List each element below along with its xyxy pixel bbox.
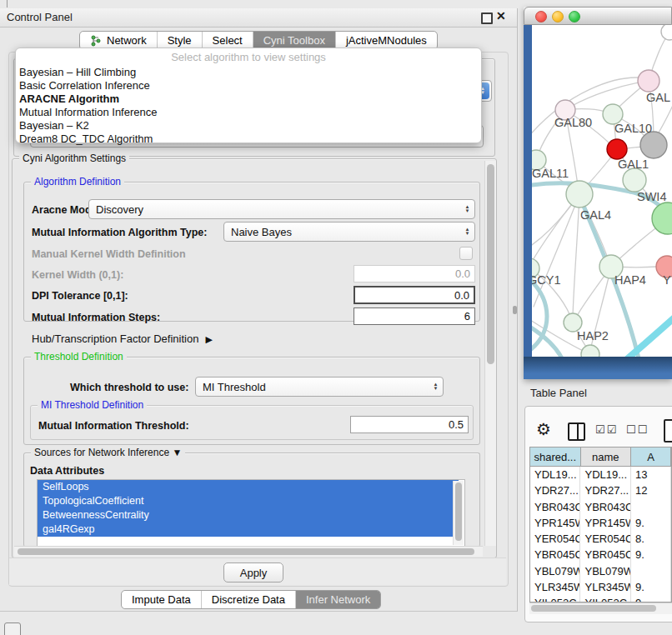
tab-infer-network[interactable]: Infer Network [296, 591, 380, 608]
table-row[interactable]: YDR27...YDR27...12 [530, 482, 671, 498]
table-row[interactable]: YER054CYER054C8. [530, 531, 671, 547]
table-row[interactable]: YPR145WYPR145W9. [530, 515, 671, 531]
hub-expander-label: Hub/Transcription Factor Definition [32, 332, 198, 345]
which-threshold-label: Which threshold to use: [70, 382, 188, 393]
tab-label: jActiveMNodules [346, 34, 427, 47]
export-table-icon[interactable] [664, 419, 672, 442]
network-node-gal1[interactable] [607, 139, 627, 159]
network-node-label: GAL11 [532, 167, 569, 180]
manual-kernel-label: Manual Kernel Width Definition [32, 248, 186, 260]
network-node-label: HAP4 [614, 273, 646, 287]
table-row[interactable]: YDL19...YDL19...13 [530, 467, 671, 482]
hub-expander[interactable]: Hub/Transcription Factor Definition▶ [32, 332, 213, 345]
data-attributes-list: SelfLoopsTopologicalCoefficientBetweenne… [37, 479, 465, 547]
tab-label: Discretize Data [212, 593, 285, 606]
gear-icon[interactable]: ⚙ [536, 419, 551, 439]
close-traffic-light[interactable] [535, 11, 547, 22]
tab-label: Style [168, 34, 192, 47]
tab-jactivemnodules[interactable]: jActiveMNodules [336, 32, 437, 49]
table-row[interactable]: YIL052CYIL052C9. [530, 595, 671, 602]
tab-cyni-toolbox[interactable]: Cyni Toolbox [253, 32, 336, 49]
network-icon [90, 35, 103, 47]
attributes-scrollbar[interactable] [453, 481, 464, 545]
threshold-definition-title: Threshold Definition [31, 351, 127, 362]
tab-network[interactable]: Network [80, 32, 158, 49]
attribute-list-item[interactable]: gal4RGexp [38, 522, 459, 537]
dpi-tolerance-field[interactable]: 0.0 [354, 286, 475, 304]
mi-threshold-label: Mutual Information Threshold: [38, 420, 189, 432]
control-panel-titlebar [0, 8, 517, 28]
tab-impute-data[interactable]: Impute Data [122, 591, 202, 608]
popup-item[interactable]: Mutual Information Inference [16, 106, 481, 119]
tab-label: Network [107, 34, 147, 47]
column-browser-icon[interactable] [568, 422, 585, 441]
mi-threshold-field[interactable]: 0.5 [350, 416, 469, 433]
kernel-width-field[interactable]: 0.0 [354, 265, 475, 282]
control-panel-title: Control Panel [7, 11, 73, 23]
column-header-shared...[interactable]: shared... [530, 448, 581, 467]
network-node[interactable] [581, 345, 599, 357]
network-edge [572, 81, 649, 106]
table-cell: YBL079W [580, 563, 630, 579]
attribute-list-item[interactable]: SelfLoops [38, 480, 459, 494]
minimize-traffic-light[interactable] [552, 11, 564, 22]
network-frame-left [524, 25, 532, 379]
screen: Control Panel ✕ NetworkStyleSelectCyni T… [0, 0, 672, 635]
splitter-handle[interactable] [513, 306, 517, 314]
attribute-list-item[interactable]: BetweennessCentrality [38, 508, 459, 522]
table-row[interactable]: YBR043CYBR043C [530, 499, 671, 515]
network-node-gal4[interactable] [566, 181, 593, 208]
network-node[interactable] [661, 25, 672, 40]
table-cell: YBR045C [530, 547, 580, 562]
tab-select[interactable]: Select [203, 32, 253, 49]
corner-widget[interactable] [4, 622, 21, 635]
network-node-swi4[interactable] [623, 168, 646, 192]
settings-horizontal-scrollbar[interactable] [14, 546, 483, 557]
network-node-gal[interactable] [638, 70, 659, 92]
table-row[interactable]: YBR045CYBR045C9. [530, 547, 671, 562]
aracne-mode-value: Discovery [96, 203, 143, 216]
network-node-label: GAL [646, 91, 670, 104]
network-node[interactable] [640, 132, 667, 158]
close-icon[interactable]: ✕ [496, 9, 506, 22]
select-all-columns-icon[interactable]: ☑☑ [595, 423, 618, 436]
mi-steps-field[interactable]: 6 [354, 308, 475, 325]
network-node-label: GAL10 [614, 122, 652, 135]
popup-item[interactable]: Bayesian – K2 [16, 119, 481, 132]
table-cell: 12 [631, 482, 671, 498]
mi-type-combo[interactable]: Naive Bayes ▲▼ [223, 222, 475, 242]
settings-vertical-scrollbar[interactable] [484, 161, 496, 546]
network-canvas[interactable]: GALGAL80GAL10GAL11SWI4GAL4GCY1HAP4YHAP2G… [532, 25, 672, 357]
tab-discretize-data[interactable]: Discretize Data [202, 591, 296, 608]
table-row[interactable]: YLR345WYLR345W9. [530, 579, 671, 595]
network-node-label: GAL80 [554, 116, 592, 129]
table-cell: YDL19... [580, 467, 630, 482]
tab-label: Infer Network [306, 593, 370, 606]
sources-group-title[interactable]: Sources for Network Inference ▼ [31, 447, 185, 458]
attribute-list-item[interactable]: TopologicalCoefficient [38, 494, 459, 508]
mi-type-label: Mutual Information Algorithm Type: [32, 227, 207, 238]
table-cell: YBR043C [530, 499, 580, 515]
table-row[interactable]: YBL079WYBL079W [530, 563, 671, 579]
manual-kernel-checkbox[interactable] [459, 247, 473, 260]
deselect-all-columns-icon[interactable]: ☐☐ [626, 423, 649, 436]
popup-item[interactable]: Basic Correlation Inference [16, 79, 481, 92]
table-panel-title: Table Panel [530, 387, 587, 399]
popup-item[interactable]: Bayesian – Hill Climbing [16, 66, 481, 79]
float-window-button[interactable] [481, 12, 493, 24]
zoom-traffic-light[interactable] [569, 11, 580, 22]
network-edge [573, 194, 579, 317]
mi-type-value: Naive Bayes [231, 226, 292, 238]
column-header-name[interactable]: name [581, 448, 632, 467]
popup-item[interactable]: Dream8 DC_TDC Algorithm [16, 132, 481, 146]
table-cell: YDL19... [530, 467, 580, 482]
apply-button[interactable]: Apply [223, 562, 283, 582]
column-header-A[interactable]: A [631, 448, 671, 467]
tab-style[interactable]: Style [158, 32, 203, 49]
popup-item[interactable]: ARACNE Algorithm [16, 92, 481, 106]
popup-prompt: Select algorithm to view settings [16, 51, 481, 66]
aracne-mode-combo[interactable]: Discovery ▲▼ [88, 199, 475, 219]
which-threshold-combo[interactable]: MI Threshold ▲▼ [195, 377, 444, 397]
table-horizontal-scrollbar[interactable] [529, 602, 672, 614]
network-node-label: Y [663, 273, 671, 287]
